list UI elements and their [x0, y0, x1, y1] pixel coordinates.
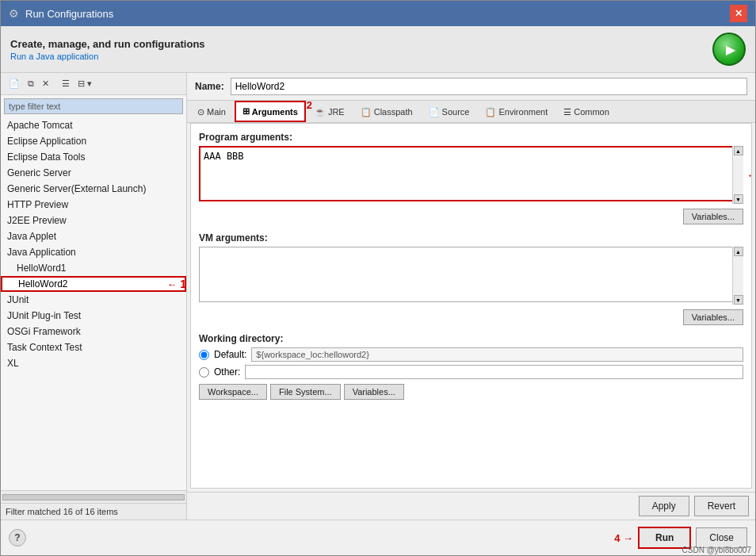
delete-config-button[interactable]: ✕ — [39, 76, 52, 91]
list-item[interactable]: JUnit — [1, 292, 186, 308]
help-button[interactable]: ? — [9, 529, 26, 546]
list-item-helloword1[interactable]: HelloWord1 — [1, 260, 186, 276]
tree-list: Apache Tomcat Eclipse Application Eclips… — [1, 117, 186, 490]
header-text-block: Create, manage, and run configurations R… — [10, 38, 205, 61]
name-label: Name: — [195, 81, 224, 92]
tab-environment-label: Environment — [498, 107, 548, 117]
apply-button[interactable]: Apply — [639, 496, 689, 516]
default-radio[interactable] — [199, 350, 209, 360]
main-icon: ⊙ — [197, 107, 204, 117]
source-icon: 📄 — [429, 107, 440, 117]
program-args-textarea[interactable]: AAA BBB — [199, 146, 743, 201]
horizontal-scrollbar[interactable] — [1, 490, 186, 503]
file-system-button[interactable]: File System... — [270, 384, 341, 400]
tab-source[interactable]: 📄 Source — [422, 102, 477, 121]
classpath-icon: 📋 — [361, 107, 372, 117]
list-item[interactable]: HTTP Preview — [1, 197, 186, 213]
other-dir-input[interactable] — [245, 365, 743, 379]
tab-jre[interactable]: ☕ JRE — [307, 102, 352, 121]
header-title: Create, manage, and run configurations — [10, 38, 205, 50]
dir-variables-button[interactable]: Variables... — [344, 384, 404, 400]
other-radio-row: Other: — [199, 365, 743, 379]
list-item[interactable]: J2EE Preview — [1, 213, 186, 228]
filter-button[interactable]: ☰ — [59, 76, 73, 91]
run-configurations-dialog: ⚙ Run Configurations ✕ Create, manage, a… — [0, 0, 756, 556]
tab-common-label: Common — [574, 107, 609, 117]
tab-arguments[interactable]: ⊞ Arguments 2 — [235, 101, 306, 122]
sidebar-item-application[interactable]: Java Application — [1, 244, 186, 260]
header-subtitle[interactable]: Run a Java application — [10, 52, 205, 61]
list-item[interactable]: Eclipse Application — [1, 133, 186, 149]
dialog-title: Run Configurations — [25, 8, 113, 20]
tab-main-label: Main — [207, 107, 226, 117]
program-args-wrapper: AAA BBB ← 3 ▲ ▼ — [199, 146, 743, 204]
tab-classpath-label: Classpath — [374, 107, 413, 117]
vm-scrollbar-up[interactable]: ▲ — [734, 247, 743, 256]
vm-scrollbar-down[interactable]: ▼ — [734, 295, 743, 305]
dir-buttons: Workspace... File System... Variables... — [199, 384, 743, 400]
tab-environment[interactable]: 📋 Environment — [478, 102, 555, 121]
left-toolbar: 📄 ⧉ ✕ ☰ ⊟ ▾ — [1, 73, 186, 95]
list-item[interactable]: JUnit Plug-in Test — [1, 308, 186, 324]
filter-status: Filter matched 16 of 16 items — [1, 503, 186, 520]
tab-main[interactable]: ⊙ Main — [190, 102, 233, 121]
apply-revert-row: Apply Revert — [187, 492, 755, 520]
program-vars-btn-row: Variables... — [199, 209, 743, 224]
name-row: Name: HelloWord2 — [187, 73, 755, 101]
bottom-left: ? — [9, 529, 26, 546]
tab-content-arguments: Program arguments: AAA BBB ← 3 ▲ ▼ Varia… — [190, 123, 752, 489]
list-item[interactable]: Java Applet — [1, 228, 186, 244]
list-item[interactable]: Generic Server(External Launch) — [1, 181, 186, 197]
tab-arguments-label: Arguments — [252, 107, 298, 117]
working-dir-section: Working directory: Default: ${workspace_… — [199, 333, 743, 400]
vm-args-textarea[interactable] — [199, 247, 743, 302]
run-circle-button[interactable] — [712, 33, 746, 66]
tab-common[interactable]: ☰ Common — [556, 102, 617, 121]
vm-args-wrapper: ▲ ▼ — [199, 247, 743, 305]
vm-variables-button[interactable]: Variables... — [683, 309, 743, 325]
filter-input[interactable] — [4, 98, 183, 114]
scrollbar-up-arrow[interactable]: ▲ — [734, 146, 743, 155]
list-item[interactable]: Eclipse Data Tools — [1, 149, 186, 165]
copy-config-button[interactable]: ⧉ — [25, 76, 37, 91]
gear-icon: ⚙ — [9, 7, 19, 20]
revert-button[interactable]: Revert — [694, 496, 749, 516]
left-panel: 📄 ⧉ ✕ ☰ ⊟ ▾ Apache Tomcat Eclipse Applic… — [1, 73, 187, 520]
main-area: 📄 ⧉ ✕ ☰ ⊟ ▾ Apache Tomcat Eclipse Applic… — [1, 73, 755, 520]
program-variables-button[interactable]: Variables... — [683, 209, 743, 224]
workspace-button[interactable]: Workspace... — [199, 384, 267, 400]
tab-source-label: Source — [442, 107, 470, 117]
common-icon: ☰ — [563, 107, 571, 117]
title-bar: ⚙ Run Configurations ✕ — [1, 1, 755, 26]
list-item[interactable]: XL — [1, 355, 186, 371]
annotation-4: 4 → — [614, 532, 633, 544]
vm-vars-btn-row: Variables... — [199, 309, 743, 325]
name-input[interactable]: HelloWord2 — [231, 78, 747, 95]
close-button[interactable]: ✕ — [730, 5, 747, 22]
bottom-bar: ? 4 → Run Close — [1, 520, 755, 555]
env-icon: 📋 — [485, 107, 496, 117]
arguments-icon: ⊞ — [242, 106, 250, 117]
vm-args-label: VM arguments: — [199, 232, 743, 243]
scrollbar-down-arrow[interactable]: ▼ — [734, 194, 743, 204]
list-item[interactable]: Generic Server — [1, 165, 186, 181]
tab-classpath[interactable]: 📋 Classpath — [353, 102, 420, 121]
other-radio[interactable] — [199, 367, 209, 378]
tab-jre-label: JRE — [328, 107, 345, 117]
watermark: CSDN @ybi8bo007 — [682, 546, 751, 554]
program-args-label: Program arguments: — [199, 132, 743, 143]
list-item[interactable]: Task Context Test — [1, 339, 186, 355]
list-item-helloword2[interactable]: HelloWord2 ← 1 — [1, 276, 186, 292]
default-radio-label[interactable]: Default: — [214, 349, 246, 360]
other-radio-label[interactable]: Other: — [214, 366, 240, 378]
list-item[interactable]: Apache Tomcat — [1, 117, 186, 133]
default-radio-row: Default: ${workspace_loc:helloword2} — [199, 347, 743, 362]
default-dir-value: ${workspace_loc:helloword2} — [251, 347, 743, 362]
tabs-row: ⊙ Main ⊞ Arguments 2 ☕ JRE 📋 Classpath — [187, 101, 755, 123]
jre-icon: ☕ — [315, 107, 326, 117]
list-item[interactable]: OSGi Framework — [1, 324, 186, 339]
collapse-button[interactable]: ⊟ ▾ — [74, 76, 95, 91]
header-area: Create, manage, and run configurations R… — [1, 26, 755, 73]
new-config-button[interactable]: 📄 — [6, 76, 23, 91]
working-dir-label: Working directory: — [199, 333, 743, 344]
